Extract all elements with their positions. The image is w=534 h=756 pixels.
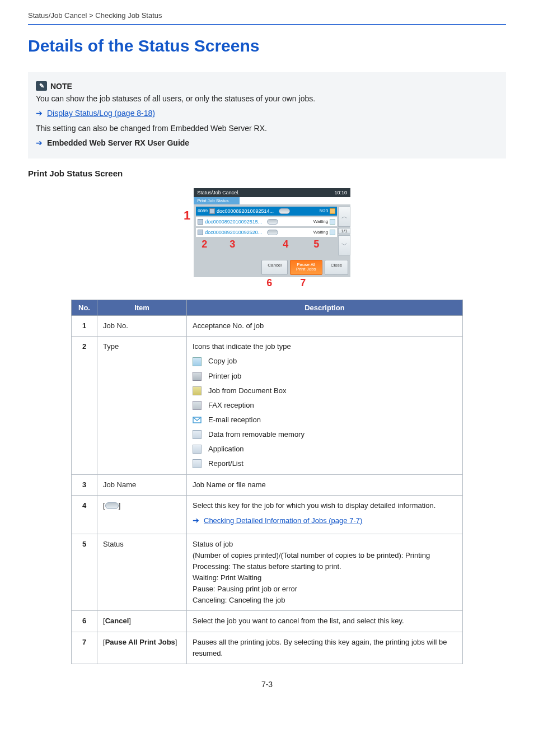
scroll-down-button[interactable]: ﹀ <box>338 235 350 255</box>
scroll-up-button[interactable]: ︿ <box>338 207 350 227</box>
note-link2: ➔ Embedded Web Server RX User Guide <box>36 137 498 149</box>
callout-5: 5 <box>313 239 319 250</box>
cell-no: 7 <box>72 632 97 664</box>
icon-label: Printer job <box>208 371 241 382</box>
cell-item: Status <box>97 534 187 611</box>
screenshot: 1 Status/Job Cancel. 10:10 Print Job Sta… <box>28 188 506 290</box>
table-row: 5 Status Status of job (Number of copies… <box>72 534 463 611</box>
cell-no: 6 <box>72 611 97 632</box>
callout-1: 1 <box>184 208 190 223</box>
cell-desc: Status of job (Number of copies printed)… <box>187 534 463 611</box>
job-status: 5/23 <box>320 208 336 214</box>
status-line: Processing: The status before starting t… <box>193 561 457 572</box>
cell-no: 2 <box>72 337 97 474</box>
detail-pill[interactable] <box>267 219 278 225</box>
cell-item: [] <box>97 495 187 534</box>
desc-link-text[interactable]: Checking Detailed Information of Jobs (p… <box>204 515 362 526</box>
section-title: Print Job Status Screen <box>28 169 506 178</box>
detail-pill[interactable] <box>279 208 290 214</box>
callout-6: 6 <box>266 277 272 289</box>
icon-label: E-mail reception <box>208 414 261 426</box>
close-button[interactable]: Close <box>325 260 348 276</box>
status-line: (Number of copies printed)/(Total number… <box>193 550 457 561</box>
icon-list: Copy job Printer job Job from Document B… <box>193 356 457 469</box>
document-box-icon <box>193 386 202 395</box>
scroll-control: ︿ 1/1 ﹀ <box>338 207 350 255</box>
page-number: 7-3 <box>28 680 506 689</box>
page-title: Details of the Status Screens <box>28 36 506 55</box>
job-row[interactable]: 0089 doc0000892010092514... 5/23 <box>196 207 337 216</box>
note-label-text: NOTE <box>50 80 72 92</box>
th-desc: Description <box>187 300 463 316</box>
cell-item: Job Name <box>97 474 187 495</box>
cancel-button[interactable]: Cancel <box>261 260 288 276</box>
cell-desc: Select this key for the job for which yo… <box>187 495 463 534</box>
th-no: No. <box>72 300 97 316</box>
icon-label: Copy job <box>208 356 237 367</box>
callouts-row: 2 3 4 5 <box>196 239 337 249</box>
th-item: Item <box>97 300 187 316</box>
callout-3: 3 <box>229 239 235 250</box>
desc-text: Select this key for the job for which yo… <box>193 500 457 511</box>
cell-item: [Cancel] <box>97 611 187 632</box>
note-icon: ✎ <box>36 81 47 91</box>
icon-label: Data from removable memory <box>208 429 305 440</box>
job-name: doc0000892010092514... <box>217 208 274 214</box>
detail-pill[interactable] <box>267 230 278 235</box>
table-row: 4 [] Select this key for the job for whi… <box>72 495 463 534</box>
job-status: Waiting <box>313 219 335 225</box>
table-row: 2 Type Icons that indicate the job type … <box>72 337 463 474</box>
pause-all-button[interactable]: Pause All Print Jobs <box>290 260 322 276</box>
copy-job-icon <box>193 357 202 366</box>
panel-titlebar: Status/Job Cancel. 10:10 <box>194 188 350 197</box>
desc-link[interactable]: ➔ Checking Detailed Information of Jobs … <box>193 515 457 527</box>
icon-label: Job from Document Box <box>208 385 286 396</box>
cell-item: [Pause All Print Jobs] <box>97 632 187 664</box>
detail-pill-icon <box>105 502 119 509</box>
description-table: No. Item Description 1 Job No. Acceptanc… <box>71 300 463 664</box>
cell-no: 5 <box>72 534 97 611</box>
note-link1[interactable]: ➔ Display Status/Log (page 8-18) <box>36 107 498 119</box>
cell-no: 3 <box>72 474 97 495</box>
job-status: Waiting <box>313 230 335 235</box>
desc-intro: Icons that indicate the job type <box>193 341 457 352</box>
cell-no: 4 <box>72 495 97 534</box>
note-link2-text: Embedded Web Server RX User Guide <box>47 137 189 149</box>
table-row: 1 Job No. Acceptance No. of job <box>72 316 463 337</box>
note-line1: You can show the job statuses of all use… <box>36 92 498 105</box>
doc-icon <box>198 230 203 235</box>
job-name: doc0000892010092520... <box>205 230 262 235</box>
job-name: doc0000892010092515... <box>205 219 262 225</box>
status-line: Canceling: Canceling the job <box>193 595 457 606</box>
cell-desc: Pauses all the printing jobs. By selecti… <box>187 632 463 664</box>
job-id: 0089 <box>198 208 208 213</box>
callout-7: 7 <box>300 277 306 289</box>
cell-no: 1 <box>72 316 97 337</box>
table-row: 3 Job Name Job Name or file name <box>72 474 463 495</box>
callout-2: 2 <box>202 239 207 250</box>
icon-label: Report/List <box>208 458 243 469</box>
job-row[interactable]: doc0000892010092515... Waiting <box>196 217 337 226</box>
table-row: 6 [Cancel] Select the job you want to ca… <box>72 611 463 632</box>
cell-desc: Acceptance No. of job <box>187 316 463 337</box>
arrow-icon: ➔ <box>36 137 43 149</box>
printer-job-icon <box>193 372 202 381</box>
icon-label: Application <box>208 444 244 455</box>
note-link1-text[interactable]: Display Status/Log (page 8-18) <box>47 107 155 119</box>
note-box: ✎ NOTE You can show the job statuses of … <box>28 72 506 158</box>
removable-icon <box>193 430 202 439</box>
application-icon <box>193 445 202 454</box>
doc-icon <box>209 208 215 214</box>
doc-icon <box>198 219 203 225</box>
icon-label: FAX reception <box>208 400 254 411</box>
job-row[interactable]: doc0000892010092520... Waiting <box>196 228 337 237</box>
status-line: Status of job <box>193 539 457 550</box>
panel-tab[interactable]: Print Job Status <box>194 197 240 204</box>
device-panel: Status/Job Cancel. 10:10 Print Job Statu… <box>194 188 350 278</box>
report-icon <box>193 459 202 468</box>
breadcrumb: Status/Job Cancel > Checking Job Status <box>28 11 506 25</box>
cell-item: Job No. <box>97 316 187 337</box>
status-line: Pause: Pausing print job or error <box>193 584 457 595</box>
status-line: Waiting: Print Waiting <box>193 572 457 584</box>
panel-title-right: 10:10 <box>335 190 348 195</box>
